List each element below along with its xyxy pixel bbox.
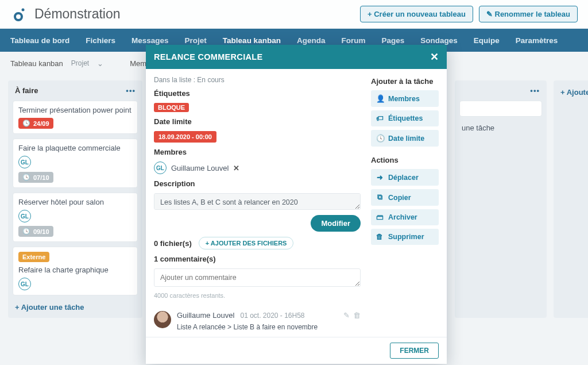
column-menu-icon[interactable]: ••• bbox=[530, 86, 540, 95]
breadcrumb-board: Tableau kanban bbox=[10, 59, 63, 68]
close-icon[interactable]: ✕ bbox=[430, 51, 439, 63]
modal-header: RELANCE COMMERCIALE ✕ bbox=[146, 45, 447, 69]
column-right: + Ajouter u bbox=[554, 80, 588, 318]
due-badge: 🕓07/10 bbox=[18, 172, 53, 183]
remove-member-icon[interactable]: ✕ bbox=[233, 164, 239, 172]
side-action-move[interactable]: ➜Déplacer bbox=[371, 169, 439, 186]
card-title: Refaire la charte graphique bbox=[18, 266, 132, 274]
nav-project[interactable]: Projet bbox=[185, 36, 207, 45]
modal-title: RELANCE COMMERCIALE bbox=[154, 52, 262, 62]
side-add-due[interactable]: 🕓Date limite bbox=[371, 130, 439, 147]
avatar-chip: GL bbox=[18, 156, 31, 168]
card-title: Réserver hôtel pour salon bbox=[18, 198, 132, 206]
nav-polls[interactable]: Sondages bbox=[420, 36, 458, 45]
nav-forum[interactable]: Forum bbox=[341, 36, 365, 45]
description-input[interactable] bbox=[154, 193, 361, 210]
nav-agenda[interactable]: Agenda bbox=[297, 36, 326, 45]
archive-icon: 🗃 bbox=[376, 213, 384, 221]
comment-body: Liste A relancée > Liste B à faire en no… bbox=[177, 323, 361, 331]
labels-heading: Étiquettes bbox=[154, 89, 361, 98]
task-label[interactable]: BLOQUE bbox=[154, 103, 189, 112]
chars-remaining: 4000 caractères restants. bbox=[154, 292, 361, 299]
member-name: Guillaume Louvel bbox=[171, 164, 229, 172]
clock-icon: 🕓 bbox=[22, 174, 30, 181]
plus-icon: + bbox=[15, 303, 21, 312]
comment-item: Guillaume Louvel 01 oct. 2020 - 16H58 ✎ … bbox=[154, 311, 361, 331]
card-title: Faire la plaquette commerciale bbox=[18, 144, 132, 152]
column-title: À faire ••• bbox=[13, 85, 138, 96]
nav-dashboard[interactable]: Tableau de bord bbox=[10, 36, 69, 45]
clock-icon: 🕓 bbox=[376, 134, 384, 143]
nav-files[interactable]: Fichiers bbox=[86, 36, 115, 45]
svg-point-1 bbox=[22, 8, 25, 11]
close-button[interactable]: FERMER bbox=[390, 343, 439, 359]
description-heading: Description bbox=[154, 179, 361, 188]
due-badge: 🕓09/10 bbox=[18, 226, 53, 237]
create-board-button[interactable]: + Créer un nouveau tableau bbox=[360, 6, 473, 22]
side-action-delete[interactable]: 🗑Supprimer bbox=[371, 229, 439, 245]
column-in-progress: ••• une tâche bbox=[455, 80, 547, 318]
pencil-icon: ✎ bbox=[486, 10, 495, 18]
due-heading: Date limite bbox=[154, 117, 361, 126]
arrow-icon: ➜ bbox=[376, 173, 384, 182]
nav-settings[interactable]: Paramètres bbox=[516, 36, 558, 45]
clock-icon: 🕓 bbox=[22, 228, 30, 235]
due-date-value[interactable]: 18.09.2020 - 00:00 bbox=[154, 131, 216, 143]
rename-board-button[interactable]: ✎ Renommer le tableau bbox=[479, 6, 578, 22]
side-actions-heading: Actions bbox=[371, 156, 439, 164]
copy-icon: ⧉ bbox=[376, 193, 384, 202]
kanban-card[interactable]: Réserver hôtel pour salon GL 🕓09/10 bbox=[13, 193, 138, 242]
avatar bbox=[154, 311, 171, 328]
nav-kanban[interactable]: Tableau kanban bbox=[223, 36, 281, 45]
side-action-copy[interactable]: ⧉Copier bbox=[371, 189, 439, 206]
avatar-chip: GL bbox=[154, 162, 167, 174]
side-add-members[interactable]: 👤Membres bbox=[371, 90, 439, 107]
task-modal: RELANCE COMMERCIALE ✕ Dans la liste : En… bbox=[146, 45, 447, 364]
column-menu-icon[interactable]: ••• bbox=[126, 86, 136, 95]
avatar-chip: GL bbox=[18, 278, 31, 290]
side-add-heading: Ajouter à la tâche bbox=[371, 77, 439, 86]
due-badge: 🕓24/09 bbox=[18, 118, 53, 129]
modify-button[interactable]: Modifier bbox=[311, 215, 361, 232]
comment-author: Guillaume Louvel bbox=[177, 311, 234, 320]
chevron-down-icon[interactable]: ⌄ bbox=[97, 59, 103, 68]
nav-team[interactable]: Equipe bbox=[474, 36, 500, 45]
files-count: 0 fichier(s) bbox=[154, 239, 192, 248]
kanban-card[interactable]: Terminer présentation power point 🕓24/09 bbox=[13, 101, 138, 134]
nav-pages[interactable]: Pages bbox=[381, 36, 404, 45]
kanban-card[interactable] bbox=[459, 101, 542, 117]
nav-messages[interactable]: Messages bbox=[131, 36, 169, 45]
comments-count: 1 commentaire(s) bbox=[154, 255, 361, 263]
side-action-archive[interactable]: 🗃Archiver bbox=[371, 209, 439, 225]
column-todo: À faire ••• Terminer présentation power … bbox=[8, 80, 142, 318]
clock-icon: 🕓 bbox=[22, 120, 30, 127]
add-task-button[interactable]: + Ajouter u bbox=[558, 85, 588, 99]
comment-input[interactable] bbox=[154, 268, 361, 287]
modal-footer: FERMER bbox=[146, 337, 447, 364]
avatar-chip: GL bbox=[18, 210, 31, 222]
workspace-name: Démonstration bbox=[34, 6, 121, 22]
tag-badge: Externe bbox=[18, 252, 49, 262]
add-files-button[interactable]: + AJOUTER DES FICHIERS bbox=[199, 237, 294, 249]
side-add-labels[interactable]: 🏷Étiquettes bbox=[371, 110, 439, 126]
trash-icon: 🗑 bbox=[376, 233, 384, 241]
kanban-card[interactable]: Externe Refaire la charte graphique GL bbox=[13, 247, 138, 295]
topbar: Démonstration + Créer un nouveau tableau… bbox=[0, 0, 588, 29]
members-heading: Membres bbox=[154, 148, 361, 156]
add-task-button[interactable]: + Ajouter une tâche bbox=[13, 300, 138, 314]
user-icon: 👤 bbox=[376, 94, 384, 103]
plus-icon: + bbox=[206, 240, 211, 247]
comment-date: 01 oct. 2020 - 16H58 bbox=[240, 312, 304, 320]
tag-icon: 🏷 bbox=[376, 114, 384, 122]
breadcrumb-project[interactable]: Projet bbox=[71, 59, 89, 67]
delete-comment-icon[interactable]: 🗑 bbox=[353, 311, 361, 320]
member-row: GL Guillaume Louvel ✕ bbox=[154, 162, 361, 174]
plus-icon: + bbox=[560, 88, 567, 97]
svg-point-0 bbox=[15, 13, 22, 20]
plus-icon: + bbox=[368, 10, 374, 18]
column-title: ••• bbox=[459, 85, 542, 96]
edit-comment-icon[interactable]: ✎ bbox=[343, 311, 350, 320]
add-task-button[interactable]: une tâche bbox=[459, 121, 542, 135]
kanban-card[interactable]: Faire la plaquette commerciale GL 🕓07/10 bbox=[13, 139, 138, 188]
in-list-label: Dans la liste : En cours bbox=[154, 76, 361, 84]
